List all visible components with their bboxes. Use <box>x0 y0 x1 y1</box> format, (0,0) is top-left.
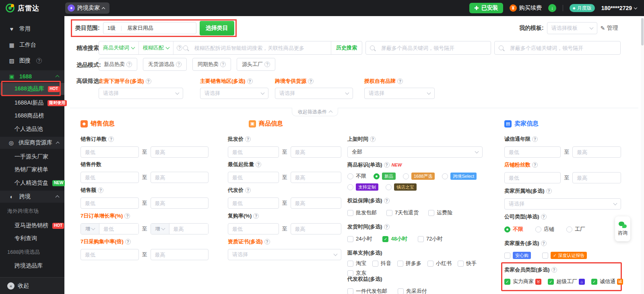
checkbox-off[interactable] <box>427 261 433 267</box>
repurchase-max-input[interactable] <box>291 223 342 234</box>
company-unlimited[interactable]: 不限 <box>504 226 523 233</box>
sales-units-max-input[interactable] <box>151 172 209 183</box>
help-icon[interactable] <box>541 241 547 246</box>
mode-source-factory-button[interactable]: 源头工厂 <box>237 58 275 71</box>
radio-off[interactable] <box>347 184 353 190</box>
help-icon[interactable] <box>384 224 390 230</box>
company-shop[interactable]: 店铺 <box>535 226 554 233</box>
service-deep-cert[interactable]: ✓深度认证报告 <box>542 252 587 259</box>
radio-off[interactable] <box>347 173 353 179</box>
wholesale-max-input[interactable] <box>291 146 342 158</box>
growth-direction-select[interactable]: 增 <box>81 224 99 234</box>
radio-off[interactable] <box>535 226 541 232</box>
block-shop-input[interactable] <box>506 42 620 54</box>
account-menu[interactable]: 180****2729 <box>601 5 637 11</box>
help-icon[interactable] <box>264 62 270 67</box>
waybill-douyin[interactable]: 抖音 <box>372 260 391 267</box>
help-icon[interactable] <box>146 78 151 84</box>
consult-widget[interactable]: 咨询 <box>615 216 630 241</box>
concentration-min-input[interactable] <box>80 249 139 260</box>
help-icon[interactable] <box>264 239 270 245</box>
checkbox-off[interactable] <box>347 236 353 242</box>
dropship-price-min-input[interactable] <box>228 197 279 209</box>
service-worry-free[interactable]: 安心购 <box>504 252 531 259</box>
help-icon[interactable] <box>551 267 557 273</box>
checkbox-off[interactable] <box>428 210 434 216</box>
sidebar-group-1688[interactable]: ▣ 1688 <box>0 70 64 82</box>
checkbox-off[interactable] <box>397 261 403 267</box>
sales-amount-min-input[interactable] <box>80 197 139 209</box>
waybill-taobao[interactable]: 淘宝 <box>347 260 366 267</box>
checkbox-off[interactable] <box>386 210 392 216</box>
template-select[interactable]: 请选择模板 <box>547 22 597 34</box>
sidebar-item-1688-ranking[interactable]: 1688商品榜 <box>0 110 64 122</box>
shipping-24h[interactable]: 24小时 <box>347 235 372 243</box>
radio-off[interactable] <box>566 226 572 232</box>
company-factory[interactable]: 工厂 <box>566 226 585 233</box>
help-icon[interactable] <box>384 162 390 168</box>
help-icon[interactable] <box>126 62 132 67</box>
protection-freight-insurance[interactable]: 运费险 <box>428 209 452 216</box>
sidebar-collapse-button[interactable]: « 收起 <box>0 277 64 294</box>
help-icon[interactable] <box>220 62 226 67</box>
tag-option-yanxuan[interactable]: 1688严选 <box>403 173 435 180</box>
dropship-pay-later[interactable]: 先采后付 <box>398 288 427 294</box>
help-icon[interactable] <box>247 78 253 84</box>
help-icon[interactable] <box>370 136 376 142</box>
growth-direction-select[interactable]: 增 <box>151 224 169 234</box>
radio-on[interactable] <box>504 226 510 232</box>
sidebar-item-personal-pool[interactable]: 个人选品池 <box>0 123 64 135</box>
checkbox-on[interactable] <box>382 236 388 242</box>
radio-off[interactable] <box>386 184 392 190</box>
waybill-xiaohongshu[interactable]: 小红书 <box>427 260 452 267</box>
tag-option-shop-treasure[interactable]: 镇店之宝 <box>386 183 417 191</box>
certificates-select[interactable]: 请选择 <box>228 249 341 260</box>
help-icon[interactable] <box>177 45 182 51</box>
download-icon[interactable]: ↓ <box>548 4 556 12</box>
sidebar-group-crossborder[interactable]: ◐ 跨境 <box>0 191 64 203</box>
category-value-box[interactable]: 1级 ｜ 居家日用品 <box>103 22 196 34</box>
tag-option-unlimited[interactable]: 不限 <box>347 173 366 180</box>
tag-option-crossborder-select[interactable]: 跨境Select <box>442 173 477 180</box>
help-icon[interactable] <box>397 78 403 84</box>
sidebar-group-supplier[interactable]: ◎ 供应商货源库 <box>0 137 64 149</box>
help-icon[interactable] <box>124 213 130 219</box>
member-strength-merchant[interactable]: 实力商家♉ <box>504 278 541 285</box>
radio-off[interactable] <box>403 173 409 179</box>
credit-years-min-input[interactable] <box>504 146 561 158</box>
sidebar-item-amazon-ranking[interactable]: 亚马逊热销榜 HOT <box>0 220 64 232</box>
checkbox-off[interactable] <box>347 210 353 216</box>
help-icon[interactable] <box>256 162 261 167</box>
repurchase-min-input[interactable] <box>228 223 279 234</box>
member-super-factory[interactable]: 超级工厂⌂ <box>548 278 585 285</box>
checkbox-on[interactable] <box>591 279 597 285</box>
select-category-button[interactable]: 选择类目 <box>200 21 234 35</box>
renew-button[interactable]: ¥ 购买续费 <box>510 4 542 12</box>
adv-region-select[interactable]: 请选择 <box>200 88 268 99</box>
help-icon[interactable] <box>245 136 251 142</box>
help-icon[interactable] <box>125 239 131 245</box>
keyword-type-select[interactable]: 商品关键词 <box>99 41 139 54</box>
sidebar-item-crossborder-pool[interactable]: 跨境选品库 <box>0 260 64 272</box>
mode-no-source-button[interactable]: 无货源选品 <box>143 58 187 71</box>
sidebar-item-favorites[interactable]: ♥ 常用 <box>0 23 64 35</box>
order-growth-max-input[interactable] <box>169 224 208 234</box>
help-icon[interactable] <box>108 136 114 142</box>
moq-min-input[interactable] <box>228 172 279 183</box>
listing-time-select[interactable]: 全部 <box>347 146 483 158</box>
help-icon[interactable] <box>98 187 103 193</box>
waybill-pinduoduo[interactable]: 拼多多 <box>397 260 421 267</box>
help-icon[interactable] <box>176 62 182 67</box>
checkbox-on[interactable] <box>504 279 510 285</box>
help-icon[interactable] <box>245 187 251 193</box>
keyword-search-input[interactable] <box>190 42 331 54</box>
member-chengxintong[interactable]: 诚信通诚 <box>591 278 623 285</box>
sales-units-min-input[interactable] <box>80 172 139 183</box>
scrollbar-thumb[interactable] <box>641 18 644 45</box>
protection-wholesale-free-shipping[interactable]: 批发包邮 <box>347 209 377 216</box>
sales-amount-max-input[interactable] <box>151 197 209 209</box>
match-type-select[interactable]: 模糊匹配 <box>139 41 173 54</box>
sidebar-item-1688-pool[interactable]: 1688选品库 HOT <box>0 83 64 95</box>
tag-option-new[interactable]: 新品 <box>374 173 396 180</box>
help-icon[interactable] <box>253 213 259 219</box>
